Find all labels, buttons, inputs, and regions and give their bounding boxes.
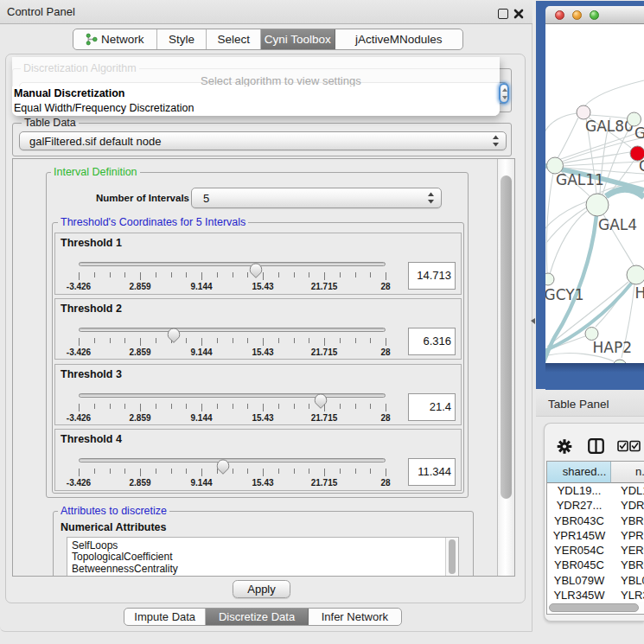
slider-tick-label: 2.859 [121,413,159,423]
threshold-value-field[interactable]: 11.344 [408,458,456,486]
gear-icon[interactable] [557,438,572,455]
tab-label: Cyni Toolbox [265,33,331,46]
slider-tick [110,272,111,277]
tab-jactivemnodules[interactable]: jActiveMNodules [335,29,462,49]
cell-name: YER05 [611,543,644,558]
threshold-label: Threshold 3 [61,368,122,380]
splitpane-collapse-arrow[interactable] [531,318,535,324]
slider-tick [79,469,80,476]
numerical-attributes-list[interactable]: SelfLoopsTopologicalCoefficientBetweenne… [67,537,459,577]
threshold-value-field[interactable]: 6.316 [408,328,456,355]
network-icon [86,33,98,46]
tab-network[interactable]: Network [73,29,157,49]
slider-tick [309,469,309,474]
algorithm-option[interactable]: Equal Width/Frequency Discretization [12,101,500,116]
apply-button[interactable]: Apply [233,580,290,598]
slider-tick [124,338,125,343]
slider-tick [201,272,202,280]
network-node-gcy1[interactable] [545,273,554,285]
combo-arrows-icon [492,134,500,148]
table-row[interactable]: YER054CYER05 [547,543,644,558]
tab-impute-data[interactable]: Impute Data [124,609,206,625]
attributes-group-title: Attributes to discretize [58,506,169,517]
table-row[interactable]: YBR043CYBR04 [547,513,644,528]
split-view-icon[interactable] [588,438,604,454]
scrollbar-thumb[interactable] [549,603,639,612]
combo-focus-ring[interactable] [499,83,509,104]
attributes-list-scrollbar[interactable] [445,538,458,576]
slider-tick [278,338,279,343]
slider-thumb[interactable] [216,458,230,475]
attribute-item[interactable]: SelfLoops [67,540,458,552]
threshold-box-3: Threshold 3-3.4262.8599.14415.4321.71528… [54,364,462,426]
settings-vertical-scrollbar[interactable] [497,159,514,576]
column-header-shared-name[interactable]: shared... [547,462,611,483]
scrollbar-thumb[interactable] [501,175,512,499]
slider-track[interactable] [79,458,386,462]
minimize-traffic-light-icon[interactable] [572,10,582,20]
network-canvas[interactable]: GAL80GACGAL11GAL4GCY1HHAP2 [545,24,644,363]
table-row[interactable]: YDL19...YDL19 [547,483,644,498]
table-row[interactable]: YBL079WYBL07 [547,573,644,588]
slider-tick [370,404,371,409]
slider-thumb[interactable] [167,327,181,343]
table-row[interactable]: YPR145WYPR14 [547,528,644,543]
float-window-icon[interactable] [498,9,508,19]
slider-tick [324,338,325,346]
slider-thumb[interactable] [314,392,328,409]
tab-select[interactable]: Select [207,29,261,49]
network-edge [584,80,644,106]
table-panel-titlebar[interactable]: Table Panel [536,392,644,417]
tab-infer-network[interactable]: Infer Network [309,609,401,625]
attribute-item[interactable]: TopologicalCoefficient [67,552,458,564]
slider-tick-label: -3.426 [60,413,98,423]
close-icon[interactable] [513,9,524,19]
column-header-name[interactable]: n... [611,462,644,483]
slider-tick [309,338,309,343]
number-of-intervals-combobox[interactable]: 5 [191,188,442,208]
tab-cyni-toolbox[interactable]: Cyni Toolbox [261,29,335,49]
slider-tick [355,404,356,409]
select-columns-icon[interactable] [617,440,641,452]
tab-discretize-data[interactable]: Discretize Data [206,609,308,625]
threshold-value-field[interactable]: 21.4 [408,393,456,421]
scrollbar-thumb[interactable] [449,539,456,574]
slider-tick [110,404,111,409]
slider-tick-label: -3.426 [60,348,98,357]
slider-tick [156,272,156,277]
network-window-titlebar[interactable] [545,6,644,24]
network-node-h[interactable] [627,265,644,284]
table-row[interactable]: YBR045CYBR04 [547,558,644,572]
tab-label: Network [101,33,144,46]
slider-tick [201,469,202,476]
tab-style[interactable]: Style [157,29,207,49]
slider-tick [294,469,295,474]
threshold-value-field[interactable]: 14.713 [408,262,456,290]
table-data-combobox[interactable]: galFiltered.sif default node [19,131,507,150]
slider-tick [278,469,279,474]
slider-tick [124,404,125,409]
slider-tick [247,404,248,409]
algorithm-option[interactable]: Manual Discretization [12,86,500,101]
network-node-gal4[interactable] [586,194,609,216]
table-header: shared... n... [547,462,644,483]
slider-tick [171,469,172,474]
algorithm-placeholder: Select algorithm to view settings [201,74,361,87]
zoom-traffic-light-icon[interactable] [590,10,599,20]
slider-tick [294,272,295,277]
table-horizontal-scrollbar[interactable] [548,602,644,613]
slider-track[interactable] [79,328,386,332]
close-traffic-light-icon[interactable] [555,10,564,20]
slider-tick [340,404,341,409]
node-label: GAL4 [598,216,637,233]
slider-thumb[interactable] [249,262,263,278]
attribute-item[interactable]: BetweennessCentrality [67,564,458,576]
table-row[interactable]: YDR27...YDR27 [547,498,644,513]
slider-track[interactable] [79,393,386,398]
threshold-label: Threshold 1 [61,237,122,249]
control-panel-titlebar[interactable]: Control Panel [0,0,532,24]
slider-tick-label: 21.715 [305,478,343,488]
slider-tick-label: 9.144 [182,478,220,488]
thresholds-group-title: Threshold's Coordinates for 5 Intervals [58,217,248,228]
slider-track[interactable] [79,262,386,266]
